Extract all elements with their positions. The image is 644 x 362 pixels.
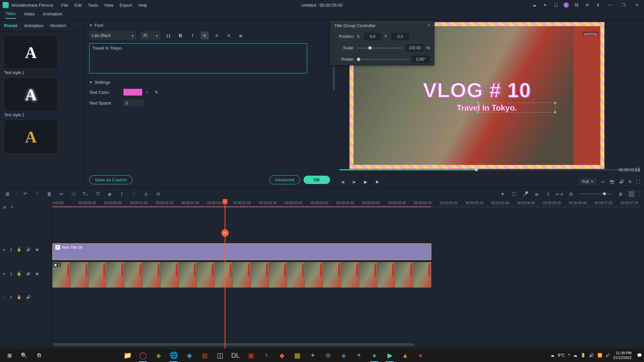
tray-notifications-icon[interactable]: 💬 xyxy=(637,353,642,358)
taskbar-app-3[interactable]: ◫ xyxy=(213,349,227,362)
mute-icon[interactable]: 🔊 xyxy=(26,295,31,299)
align-justify-button[interactable]: ≣ xyxy=(237,32,245,40)
tray-onedrive-icon[interactable]: ☁ xyxy=(573,353,577,358)
text-tool-icon[interactable]: T₊ xyxy=(82,191,89,197)
align-center-button[interactable]: ≡ xyxy=(213,32,221,40)
menu-view[interactable]: View xyxy=(104,3,113,8)
spacing-icon[interactable]: ⫿⫿ xyxy=(164,32,172,40)
bold-button[interactable]: B xyxy=(176,32,184,40)
playhead[interactable]: ✂ xyxy=(225,200,225,349)
next-frame-button[interactable]: |▸ xyxy=(351,178,358,185)
taskbar-app-5[interactable]: ▣ xyxy=(244,349,258,362)
taskbar-clock[interactable]: 11:39 PM 21/12/2022 xyxy=(613,351,632,360)
keyframe-icon[interactable]: ⟲ xyxy=(155,191,161,197)
taskbar-app-opera[interactable]: ◯ xyxy=(136,349,150,362)
selection-box[interactable] xyxy=(478,103,555,113)
subtab-preset[interactable]: Preset xyxy=(4,23,17,28)
menu-export[interactable]: Export xyxy=(119,3,132,8)
zoom-slider[interactable] xyxy=(579,193,612,194)
zoom-in-button[interactable]: ⊕ xyxy=(617,191,624,197)
align-right-button[interactable]: ≡ xyxy=(225,32,233,40)
tips-icon[interactable]: ✦ xyxy=(542,2,548,8)
title-text-input[interactable] xyxy=(89,43,307,73)
play-button[interactable]: ▶ xyxy=(362,178,369,185)
taskbar-app-chrome[interactable]: 🌐 xyxy=(166,349,181,362)
audio-icon[interactable]: ⫯ xyxy=(130,191,137,197)
timeline-scrollbar[interactable] xyxy=(52,343,415,346)
align-left-button[interactable]: ≡ xyxy=(201,32,209,40)
fit-icon[interactable]: ⟷ xyxy=(556,191,563,197)
track-toggle-icon[interactable]: ▸ xyxy=(3,272,5,276)
color-dropdown-icon[interactable]: ▾ xyxy=(146,90,148,94)
taskbar-app-10[interactable]: ⊕ xyxy=(321,349,335,362)
search-button[interactable]: 🔍 xyxy=(17,349,32,362)
minimize-button[interactable]: — xyxy=(606,3,614,7)
mute-icon[interactable]: 🔊 xyxy=(26,272,31,276)
zoom-out-button[interactable]: ⊖ xyxy=(568,191,574,197)
crop-icon[interactable]: ⬭ xyxy=(70,191,77,197)
audio-track-icon[interactable]: ♪ xyxy=(3,295,5,299)
download-icon[interactable]: ⬇ xyxy=(595,2,601,8)
text-space-input[interactable] xyxy=(123,100,144,107)
taskbar-app-9[interactable]: ✦ xyxy=(305,349,320,362)
cloud-icon[interactable]: ☁ xyxy=(531,2,537,8)
taskbar-app-6[interactable]: ✦ xyxy=(259,349,274,362)
link-icon[interactable]: ⚯ xyxy=(10,205,15,210)
font-family-select[interactable]: Lato Black▾ xyxy=(89,31,136,40)
export-frame-icon[interactable]: ⎘ xyxy=(629,179,631,184)
save-icon[interactable]: 🖫 xyxy=(574,2,580,8)
marker-icon[interactable]: ⬡ xyxy=(511,191,517,197)
track-manager-icon[interactable]: ⧉ xyxy=(3,205,6,209)
volume-icon[interactable]: 🔊 xyxy=(619,179,624,184)
taskbar-app-14[interactable]: ● xyxy=(413,349,428,362)
notification-icon[interactable]: ✉ xyxy=(584,2,590,8)
tray-battery-icon[interactable]: 🔋 xyxy=(581,353,586,358)
snap-icon[interactable]: ⫴ xyxy=(545,191,551,197)
taskbar-app-nvidia[interactable]: ◈ xyxy=(151,349,166,362)
render-icon[interactable]: ✦ xyxy=(499,191,506,197)
taskbar-app-spotify[interactable]: ● xyxy=(367,349,382,362)
split-icon[interactable]: ✂ xyxy=(221,229,229,237)
voiceover-icon[interactable]: 🎤 xyxy=(522,191,529,197)
track-toggle-icon[interactable]: ▸ xyxy=(3,247,5,252)
tab-titles[interactable]: Titles xyxy=(5,11,16,19)
tab-video[interactable]: Video xyxy=(24,11,35,18)
taskbar-app-vlc[interactable]: ▲ xyxy=(398,349,413,362)
visibility-icon[interactable]: ◉ xyxy=(36,247,39,252)
effects-icon[interactable]: ◉ xyxy=(143,191,149,197)
preset-item[interactable]: A xyxy=(4,120,79,154)
timeline-ruler[interactable]: 0:00:0000:00:00:2000:00:00:4000:00:01:00… xyxy=(52,200,644,213)
layout-icon[interactable]: ⊞ xyxy=(4,191,11,197)
weather-temp[interactable]: 9°C xyxy=(558,353,565,358)
taskbar-app-1[interactable]: ◆ xyxy=(182,349,197,362)
taskbar-app-2[interactable]: ▦ xyxy=(197,349,212,362)
taskbar-app-12[interactable]: ✴ xyxy=(352,349,366,362)
font-section-header[interactable]: ▼Font xyxy=(89,23,330,28)
cut-button[interactable]: ✂ xyxy=(58,191,65,197)
lock-icon[interactable]: 🔓 xyxy=(17,272,21,276)
menu-tools[interactable]: Tools xyxy=(88,3,98,8)
menu-edit[interactable]: Edit xyxy=(74,3,82,8)
taskbar-app-4[interactable]: DL xyxy=(228,349,243,362)
ok-button[interactable]: OK xyxy=(304,176,330,184)
tray-language-icon[interactable]: 🖊 xyxy=(606,353,610,358)
save-as-custom-button[interactable]: Save as Custom xyxy=(89,175,132,184)
mixer-icon[interactable]: ≣ xyxy=(533,191,540,197)
color-icon[interactable]: ◈ xyxy=(106,191,113,197)
visibility-icon[interactable]: ◉ xyxy=(36,272,39,276)
taskbar-app-7[interactable]: ◆ xyxy=(274,349,289,362)
eyedropper-icon[interactable]: ✎ xyxy=(155,90,158,95)
redo-button[interactable]: ↷ xyxy=(34,191,41,197)
taskbar-app-11[interactable]: ◈ xyxy=(336,349,351,362)
preset-item[interactable]: A Text style 1 xyxy=(4,36,79,75)
account-icon[interactable]: ● xyxy=(564,2,569,8)
position-y-input[interactable] xyxy=(391,33,409,40)
delete-button[interactable]: 🗑 xyxy=(46,191,53,197)
preview-title-main[interactable]: VLOG # 10 xyxy=(423,78,531,102)
preview-scrubber[interactable]: {} xyxy=(339,169,640,170)
text-color-swatch[interactable] xyxy=(123,89,142,96)
maximize-button[interactable]: ❐ xyxy=(619,3,628,7)
snapshot-icon[interactable]: 📷 xyxy=(609,179,614,184)
taskbar-app-filmora[interactable]: ▶ xyxy=(382,349,397,362)
weather-icon[interactable]: ☁ xyxy=(550,353,554,358)
